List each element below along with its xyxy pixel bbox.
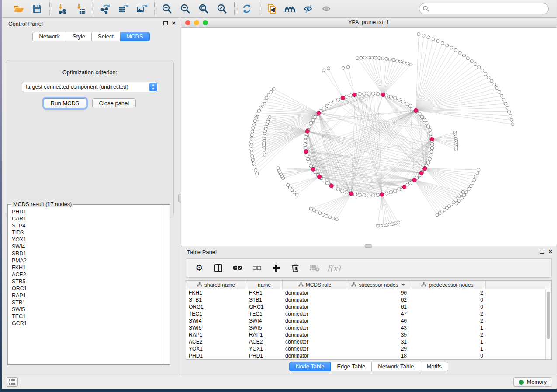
mcds-result-item[interactable]: STB1 (10, 299, 163, 306)
table-cell[interactable]: 2 (409, 318, 486, 324)
table-cell[interactable]: TEC1 (246, 311, 283, 317)
search-input[interactable] (419, 3, 549, 14)
zoom-fit-button[interactable] (197, 3, 210, 15)
horizontal-splitter-grip[interactable] (365, 244, 372, 248)
table-cell[interactable]: 62 (347, 297, 409, 303)
table-row[interactable]: ACE2ACE2connector311 (186, 338, 545, 345)
table-cell[interactable]: connector (283, 346, 347, 352)
export-network-button[interactable] (99, 3, 111, 15)
close-table-panel-icon[interactable]: × (548, 249, 552, 254)
mcds-result-item[interactable]: SWI4 (10, 243, 163, 250)
table-cell[interactable]: 35 (347, 332, 409, 338)
tab-motifs[interactable]: Motifs (420, 362, 448, 371)
table-cell[interactable]: 0 (409, 304, 486, 310)
zoom-selected-button[interactable] (216, 3, 228, 15)
float-table-panel-icon[interactable] (540, 250, 544, 254)
table-scrollbar[interactable] (545, 289, 551, 359)
run-mcds-button[interactable]: Run MCDS (44, 98, 86, 108)
table-cell[interactable]: FKH1 (186, 290, 246, 296)
column-header-successor-nodes[interactable]: successor nodes (347, 281, 409, 289)
table-cell[interactable]: dominator (283, 332, 347, 338)
table-row[interactable]: TEC1TEC1connector472 (186, 310, 545, 317)
table-cell[interactable]: connector (283, 311, 347, 317)
mcds-result-item[interactable]: TEC1 (10, 313, 163, 320)
add-column-icon[interactable] (271, 263, 281, 273)
column-header-shared-name[interactable]: shared name (186, 281, 246, 289)
table-cell[interactable]: STB1 (186, 297, 246, 303)
table-cell[interactable]: 0 (409, 297, 486, 303)
network-canvas[interactable] (181, 28, 557, 246)
export-table-button[interactable] (118, 3, 130, 15)
table-cell[interactable]: connector (283, 325, 347, 331)
float-panel-icon[interactable] (163, 21, 168, 25)
zoom-in-button[interactable] (161, 3, 173, 15)
table-cell[interactable]: SWI4 (186, 318, 246, 324)
import-table-button[interactable] (74, 3, 86, 15)
clone-network-button[interactable] (266, 3, 278, 15)
mcds-result-item[interactable]: SWI5 (10, 306, 163, 313)
show-all-button[interactable] (321, 3, 333, 15)
table-cell[interactable]: FKH1 (246, 290, 283, 296)
tab-network[interactable]: Network (32, 32, 66, 41)
table-cell[interactable]: TEC1 (186, 311, 246, 317)
split-panel-icon[interactable] (213, 263, 224, 273)
table-cell[interactable]: dominator (283, 304, 347, 310)
table-cell[interactable]: 43 (347, 325, 409, 331)
tab-node-table[interactable]: Node Table (289, 362, 331, 371)
memory-button[interactable]: Memory (513, 377, 552, 387)
table-cell[interactable]: ACE2 (246, 339, 283, 345)
table-cell[interactable]: 18 (347, 353, 409, 359)
import-network-button[interactable] (56, 3, 68, 15)
table-row[interactable]: SWI4SWI4dominator462 (186, 317, 545, 324)
table-cell[interactable]: SWI5 (186, 325, 246, 331)
optimization-select[interactable]: largest connected component (undirected)… (22, 82, 158, 92)
mcds-result-item[interactable]: RAP1 (10, 292, 163, 299)
mcds-result-item[interactable]: STB5 (10, 278, 163, 285)
table-cell[interactable]: SWI5 (246, 325, 283, 331)
table-cell[interactable]: RAP1 (186, 332, 246, 338)
table-cell[interactable]: YOX1 (246, 346, 283, 352)
table-cell[interactable]: PHD1 (246, 353, 283, 359)
tab-mcds[interactable]: MCDS (120, 32, 149, 41)
table-row[interactable]: SWI5SWI5connector431 (186, 324, 545, 331)
table-cell[interactable]: SWI4 (246, 318, 283, 324)
table-row[interactable]: RAP1RAP1dominator352 (186, 331, 545, 338)
table-cell[interactable]: 96 (347, 290, 409, 296)
table-cell[interactable]: 61 (347, 304, 409, 310)
network-graph[interactable] (181, 28, 557, 246)
maximize-window-icon[interactable] (203, 20, 208, 25)
select-all-columns-icon[interactable] (232, 263, 243, 273)
table-settings-icon[interactable]: ⚙ (194, 263, 204, 273)
table-cell[interactable]: 2 (409, 332, 486, 338)
table-cell[interactable]: YOX1 (186, 346, 246, 352)
mcds-result-item[interactable]: STP4 (10, 222, 163, 229)
table-row[interactable]: ORC1ORC1dominator610 (186, 303, 545, 310)
close-window-icon[interactable] (185, 20, 190, 25)
mcds-scrollbar[interactable] (164, 205, 170, 364)
close-panel-button[interactable]: Close panel (92, 98, 136, 108)
mcds-result-item[interactable]: PHD1 (10, 208, 163, 215)
mcds-result-item[interactable]: SRD1 (10, 250, 163, 257)
table-cell[interactable]: ACE2 (186, 339, 246, 345)
column-header-predecessor-nodes[interactable]: predecessor nodes (409, 281, 486, 289)
table-cell[interactable]: 46 (347, 318, 409, 324)
table-cell[interactable]: dominator (283, 318, 347, 324)
table-cell[interactable]: 1 (409, 346, 486, 352)
mcds-result-item[interactable]: FKH1 (10, 264, 163, 271)
column-header-name[interactable]: name (246, 281, 283, 289)
table-scrollbar-thumb[interactable] (547, 292, 550, 339)
mcds-result-item[interactable]: ORC1 (10, 285, 163, 292)
mcds-result-item[interactable]: TID3 (10, 229, 163, 236)
table-cell[interactable]: 0 (409, 353, 486, 359)
tab-network-table[interactable]: Network Table (372, 362, 420, 371)
zoom-out-button[interactable] (179, 3, 191, 15)
table-cell[interactable]: dominator (283, 353, 347, 359)
table-cell[interactable]: STB1 (246, 297, 283, 303)
table-cell[interactable]: 1 (409, 339, 486, 345)
table-cell[interactable]: PHD1 (186, 353, 246, 359)
deselect-all-columns-icon[interactable] (252, 263, 262, 273)
refresh-view-button[interactable] (241, 3, 253, 15)
open-file-button[interactable] (13, 3, 25, 15)
hide-selected-button[interactable] (302, 3, 315, 15)
table-cell[interactable]: ORC1 (186, 304, 246, 310)
